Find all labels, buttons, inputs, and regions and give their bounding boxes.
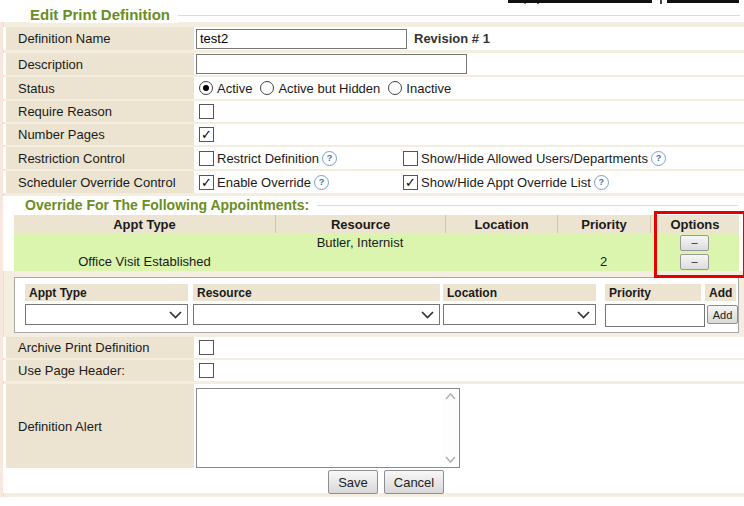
save-button[interactable]: Save [328, 470, 378, 494]
chevron-down-icon [169, 311, 182, 319]
radio-active-but-hidden[interactable] [260, 81, 274, 95]
show-hide-appt-list-checkbox[interactable]: ✓ [403, 175, 418, 190]
require-reason-checkbox[interactable] [199, 104, 214, 119]
chevron-down-icon [421, 311, 434, 319]
col-options: Options [650, 215, 739, 233]
row-status: Status Active Active but Hidden Inactive [3, 77, 744, 99]
revision-label: Revision # 1 [414, 31, 490, 46]
override-table-header: Appt Type Resource Location Priority Opt… [14, 215, 739, 233]
radio-active-label: Active [217, 81, 252, 96]
cell-appt-type: Office Visit Established [14, 252, 275, 271]
show-hide-users-checkbox[interactable] [403, 151, 418, 166]
title-divider [165, 15, 740, 16]
add-col-resource: Resource [193, 284, 440, 301]
show-hide-appt-list-label: Show/Hide Appt Override List [421, 175, 591, 190]
number-pages-checkbox[interactable]: ✓ [199, 127, 214, 142]
row-archive: Archive Print Definition [3, 337, 744, 358]
archive-label: Archive Print Definition [6, 337, 194, 358]
enable-override-label: Enable Override [217, 175, 311, 190]
override-section-title: Override For The Following Appointments: [25, 197, 317, 213]
show-hide-users-label: Show/Hide Allowed Users/Departments [421, 151, 648, 166]
add-col-location: Location [443, 284, 596, 301]
add-appt-type-select[interactable] [25, 304, 188, 325]
page-title: Edit Print Definition [30, 6, 178, 23]
cell-priority: 2 [557, 252, 650, 271]
use-page-header-label: Use Page Header: [6, 360, 194, 381]
definition-alert-textarea[interactable] [196, 388, 460, 468]
description-input[interactable] [196, 54, 467, 74]
cell-priority [557, 233, 650, 252]
cell-resource: Butler, Internist [275, 233, 445, 252]
override-row-resource: Butler, Internist – [14, 233, 739, 253]
require-reason-label: Require Reason [6, 101, 194, 122]
radio-active-but-hidden-label: Active but Hidden [278, 81, 380, 96]
chevron-down-icon [577, 311, 590, 319]
row-use-page-header: Use Page Header: [3, 360, 744, 381]
definition-alert-label: Definition Alert [6, 384, 194, 468]
remove-override-button[interactable]: – [680, 254, 709, 270]
enable-override-checkbox[interactable]: ✓ [199, 175, 214, 190]
restrict-definition-label: Restrict Definition [217, 151, 319, 166]
clipped-top-link[interactable] [667, 0, 739, 3]
restriction-control-label: Restriction Control [6, 147, 194, 169]
col-appt-type: Appt Type [14, 215, 275, 233]
restrict-definition-checkbox[interactable] [199, 151, 214, 166]
add-col-priority: Priority [605, 284, 701, 301]
row-number-pages: Number Pages ✓ [3, 124, 744, 145]
section-divider [308, 205, 738, 206]
help-icon[interactable]: ? [314, 175, 329, 190]
remove-override-button[interactable]: – [680, 235, 709, 251]
add-override-box: Appt Type Resource Location Priority Add… [14, 277, 739, 333]
cell-appt-type [14, 233, 275, 252]
cell-location [445, 252, 557, 271]
clipped-top-link[interactable] [508, 0, 652, 3]
help-icon[interactable]: ? [651, 151, 666, 166]
radio-inactive-label: Inactive [406, 81, 451, 96]
cell-location [445, 233, 557, 252]
col-location: Location [445, 215, 557, 233]
row-require-reason: Require Reason [3, 101, 744, 122]
row-definition-name: Definition Name Revision # 1 [3, 27, 744, 50]
col-resource: Resource [275, 215, 445, 233]
description-label: Description [6, 53, 194, 75]
row-restriction-control: Restriction Control Restrict Definition … [3, 147, 744, 169]
add-col-add: Add [705, 284, 736, 301]
add-location-select[interactable] [443, 304, 596, 325]
help-icon[interactable]: ? [322, 151, 337, 166]
cell-resource [275, 252, 445, 271]
scheduler-override-label: Scheduler Override Control [6, 171, 194, 193]
number-pages-label: Number Pages [6, 124, 194, 145]
scroll-down-icon[interactable] [445, 456, 456, 463]
add-col-appt-type: Appt Type [25, 284, 188, 301]
row-scheduler-override: Scheduler Override Control ✓ Enable Over… [3, 171, 744, 193]
override-row-appt: Office Visit Established 2 – [14, 252, 739, 271]
row-description: Description [3, 53, 744, 75]
cancel-button[interactable]: Cancel [384, 470, 444, 494]
add-override-button[interactable]: Add [707, 305, 738, 324]
radio-active[interactable] [199, 81, 213, 95]
add-resource-select[interactable] [193, 304, 440, 325]
link-separator [660, 0, 662, 4]
add-priority-input[interactable] [605, 304, 705, 327]
archive-checkbox[interactable] [199, 340, 214, 355]
col-priority: Priority [557, 215, 650, 233]
help-icon[interactable]: ? [594, 175, 609, 190]
use-page-header-checkbox[interactable] [199, 363, 214, 378]
definition-name-input[interactable] [196, 29, 407, 49]
definition-name-label: Definition Name [6, 27, 194, 50]
radio-inactive[interactable] [388, 81, 402, 95]
textarea-scrollbar[interactable] [443, 390, 458, 466]
status-label: Status [6, 77, 194, 99]
scroll-up-icon[interactable] [445, 393, 456, 400]
edit-print-definition-page: Edit Print Definition Definition Name Re… [0, 0, 744, 506]
